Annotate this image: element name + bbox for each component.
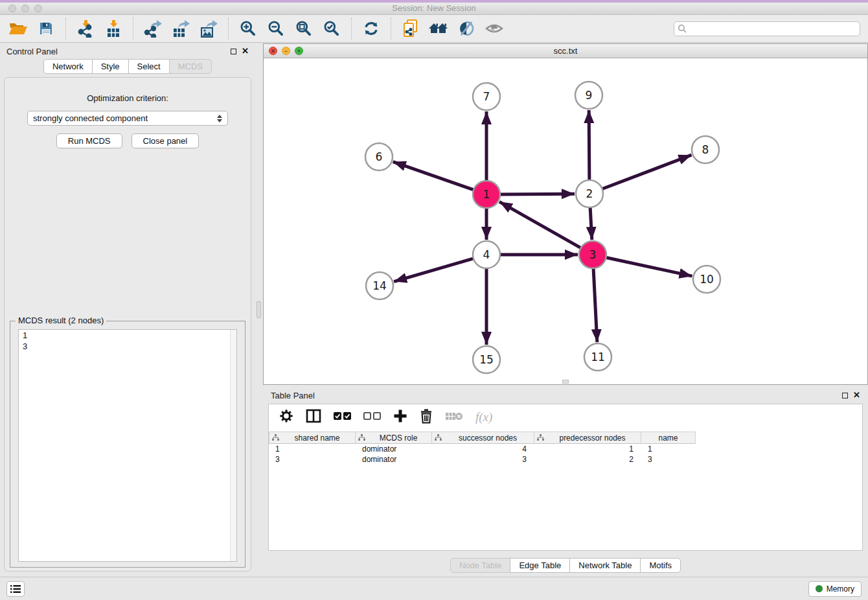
save-session-icon[interactable] [36,18,56,39]
float-panel-icon[interactable] [231,49,236,54]
node-7[interactable]: 7 [473,83,500,110]
memory-button[interactable]: Memory [808,581,862,597]
edge-2-9[interactable] [589,110,589,181]
table-cell[interactable]: 2 [534,454,641,465]
result-scrollbar[interactable] [230,330,236,561]
edge-3-1[interactable] [499,202,582,248]
mcds-result-item[interactable]: 1 [19,330,236,341]
edge-3-10[interactable] [605,257,692,276]
table-cell[interactable]: 1 [534,444,641,454]
node-1[interactable]: 1 [473,181,500,208]
export-table-icon[interactable] [170,18,191,39]
node-15[interactable]: 15 [473,346,500,373]
network-canvas[interactable]: 7968124314101511 [264,59,867,384]
column-header-successor-nodes[interactable]: successor nodes [432,432,534,444]
tab-select[interactable]: Select [128,59,170,74]
table-row[interactable]: 3dominator323 [269,454,862,465]
table-cell[interactable]: dominator [356,444,432,454]
table-cell[interactable]: dominator [356,454,432,465]
task-history-button[interactable] [6,581,25,597]
delete-row-icon[interactable] [420,409,433,426]
tab-mcds[interactable]: MCDS [169,59,212,74]
search-input[interactable] [674,21,860,36]
node-8[interactable]: 8 [692,136,719,163]
network-close-button[interactable]: ✕ [269,47,277,55]
column-header-predecessor-nodes[interactable]: predecessor nodes [534,432,641,444]
node-label: 14 [372,279,387,292]
panel-splitter-grip[interactable] [257,301,261,318]
close-window-button[interactable] [8,5,16,12]
minimize-window-button[interactable] [21,5,29,12]
node-label: 6 [376,150,383,163]
table-cell[interactable]: 1 [269,444,356,454]
edge-1-2[interactable] [499,194,575,194]
delete-table-icon[interactable] [445,410,463,424]
close-panel-icon[interactable]: ✕ [242,48,249,54]
show-columns-icon[interactable] [306,409,321,426]
node-2[interactable]: 2 [576,180,603,207]
node-label: 2 [586,187,593,200]
float-table-panel-icon[interactable] [842,393,848,398]
table-row[interactable]: 1dominator411 [269,444,862,454]
node-6[interactable]: 6 [365,143,393,170]
node-9[interactable]: 9 [575,82,602,109]
show-eye-icon[interactable] [484,18,505,39]
table-cell[interactable]: 3 [269,454,356,465]
tab-network-table[interactable]: Network Table [569,558,641,573]
column-header-MCDS-role[interactable]: MCDS role [356,432,432,444]
node-10[interactable]: 10 [693,266,720,293]
optimization-criterion-select[interactable]: strongly connected component [27,111,228,126]
column-header-shared-name[interactable]: shared name [269,432,356,444]
function-builder-icon[interactable]: f(x) [475,410,492,424]
edge-2-8[interactable] [601,155,692,189]
node-3[interactable]: 3 [579,241,606,268]
table-cell[interactable]: 3 [641,454,696,465]
tab-style[interactable]: Style [92,59,129,74]
deselect-all-icon[interactable] [363,411,381,423]
edge-2-3[interactable] [590,206,592,240]
table-cell[interactable]: 1 [641,444,696,454]
mcds-result-item[interactable]: 3 [19,341,236,352]
column-header-name[interactable]: name [641,432,696,444]
toolbar-separator [391,17,391,40]
refresh-icon[interactable] [361,18,382,39]
zoom-selected-icon[interactable] [321,18,342,39]
network-maximize-button[interactable]: + [295,47,303,55]
column-settings-icon[interactable] [279,409,293,426]
open-session-icon[interactable] [8,18,29,39]
tab-edge-table[interactable]: Edge Table [510,558,570,573]
zoom-fit-icon[interactable] [293,18,314,39]
zoom-out-icon[interactable] [266,18,286,39]
node-11[interactable]: 11 [584,343,611,371]
zoom-window-button[interactable] [34,5,42,12]
table-cell[interactable]: 4 [432,444,534,454]
run-mcds-button[interactable]: Run MCDS [56,133,122,148]
close-table-panel-icon[interactable]: ✕ [853,392,860,398]
close-panel-button[interactable]: Close panel [131,133,200,148]
tab-network[interactable]: Network [43,59,93,74]
edge-3-11[interactable] [593,267,597,342]
tab-motifs[interactable]: Motifs [640,558,681,573]
hide-panel-icon[interactable] [456,18,477,39]
table-tabs: Node TableEdge TableNetwork TableMotifs [263,558,868,573]
split-pane-grip[interactable] [562,380,569,384]
edge-4-14[interactable] [394,258,475,281]
select-all-icon[interactable] [334,411,351,423]
network-graph[interactable]: 7968124314101511 [264,59,867,385]
import-table-icon[interactable] [103,18,124,39]
network-minimize-button[interactable]: − [282,47,290,55]
table-cell[interactable]: 3 [432,454,534,465]
zoom-in-icon[interactable] [238,18,258,39]
tab-node-table[interactable]: Node Table [450,558,511,573]
node-14[interactable]: 14 [366,272,393,299]
mcds-result-list[interactable]: 13 [18,329,237,562]
clone-network-icon[interactable] [400,18,421,39]
import-network-icon[interactable] [75,18,96,39]
export-image-icon[interactable] [198,18,219,39]
edge-1-6[interactable] [393,162,475,190]
status-bar: Memory [0,577,868,600]
export-network-icon[interactable] [143,18,163,39]
add-row-icon[interactable] [393,409,407,426]
node-4[interactable]: 4 [473,241,500,268]
home-icon[interactable] [428,18,449,39]
